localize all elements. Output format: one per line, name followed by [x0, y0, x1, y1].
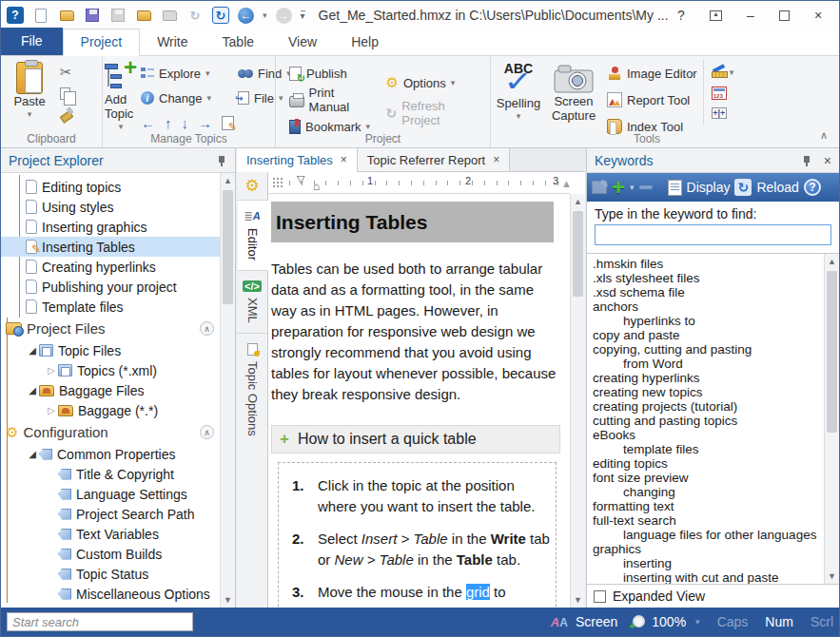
first-line-indent-marker[interactable]: ▽: [297, 173, 304, 185]
spelling-button[interactable]: ABC ✓ Spelling ▾: [493, 60, 544, 121]
save-icon[interactable]: [84, 7, 101, 24]
start-search-input[interactable]: [7, 612, 193, 631]
pin-icon[interactable]: [216, 155, 227, 166]
customize-qat-icon[interactable]: ▾: [301, 10, 305, 20]
keyword-item[interactable]: full-text search: [593, 513, 823, 528]
zoom-dropdown-icon[interactable]: ▾: [695, 617, 700, 627]
section-collapse-icon[interactable]: ∧: [200, 321, 214, 336]
expand-tool-button[interactable]: +|+: [712, 107, 734, 119]
keyword-item[interactable]: creating hyperlinks: [593, 371, 823, 385]
minimize-button[interactable]: –: [743, 8, 758, 23]
tab-help[interactable]: Help: [334, 29, 396, 55]
image-editor-button[interactable]: Image Editor: [607, 64, 697, 83]
keyword-item[interactable]: .hmskin files: [593, 257, 823, 271]
keyword-item[interactable]: changing: [593, 485, 823, 499]
tree-item-baggage[interactable]: ▷Baggage (*.*): [1, 400, 220, 420]
keyword-item[interactable]: anchors: [593, 299, 823, 314]
paste-button[interactable]: Paste ▾: [3, 60, 56, 119]
add-keyword-dropdown-icon[interactable]: ▾: [630, 183, 635, 192]
side-tab-topic-options[interactable]: Topic Options: [237, 334, 267, 446]
expanded-icon[interactable]: ◢: [26, 345, 39, 356]
expanded-icon[interactable]: ◢: [26, 385, 39, 396]
tab-write[interactable]: Write: [140, 29, 205, 55]
keywords-scrollbar[interactable]: ▲ ▼: [824, 254, 839, 584]
tree-item-publishing-your-project[interactable]: Publishing your project: [1, 277, 220, 297]
screen-capture-button[interactable]: Screen Capture: [544, 60, 603, 123]
side-tab-xml[interactable]: </> XML: [237, 271, 267, 334]
keyword-item[interactable]: cutting and pasting topics: [593, 414, 823, 428]
keyword-item[interactable]: creating projects (tutorial): [593, 399, 823, 414]
keyword-item[interactable]: inserting with cut and paste: [593, 570, 823, 584]
doc-tab-topic-referrer-report[interactable]: Topic Referrer Report×: [358, 148, 510, 171]
keyword-item[interactable]: copying, cutting and pasting: [593, 342, 823, 357]
tree-item-project-files[interactable]: Project Files∧: [1, 317, 220, 340]
move-down-icon[interactable]: ↓: [182, 115, 189, 131]
tree-item-inserting-graphics[interactable]: Inserting graphics: [1, 217, 220, 237]
doc-tab-close-icon[interactable]: ×: [341, 153, 347, 166]
tab-file[interactable]: File: [1, 28, 63, 55]
keyword-item[interactable]: .xsd schema file: [593, 285, 823, 299]
explore-button[interactable]: Explore▾: [141, 64, 234, 83]
keywords-close-icon[interactable]: ×: [824, 154, 831, 167]
tab-project[interactable]: Project: [63, 29, 141, 56]
move-up-icon[interactable]: ↑: [165, 115, 172, 131]
keyword-item[interactable]: eBooks: [593, 428, 823, 442]
keywords-help-icon[interactable]: ?: [804, 179, 821, 196]
pen-tool-button[interactable]: ▾: [712, 66, 734, 79]
tree-item-topics-xml[interactable]: ▷Topics (*.xml): [1, 360, 220, 380]
keyword-item[interactable]: graphics: [593, 542, 823, 556]
sync-icon[interactable]: ↻: [212, 7, 229, 24]
open-folder-icon[interactable]: [135, 7, 152, 24]
doc-tab-close-icon[interactable]: ×: [493, 153, 499, 166]
report-tool-button[interactable]: Report Tool: [607, 90, 697, 109]
tree-item-template-files[interactable]: Template files: [1, 297, 220, 317]
move-right-icon[interactable]: →: [198, 115, 212, 131]
publish-button[interactable]: Publish: [289, 64, 376, 83]
keyword-item[interactable]: language files for other languages: [593, 528, 823, 542]
ruler[interactable]: 123 ▽ ⌂ ▲: [268, 172, 570, 194]
tab-view[interactable]: View: [271, 29, 334, 55]
keyword-item[interactable]: copy and paste: [593, 328, 823, 342]
change-button[interactable]: Change▾: [141, 88, 234, 107]
editor-scrollbar[interactable]: ▲ ▼: [570, 194, 585, 608]
edit-topic-icon[interactable]: [222, 116, 234, 130]
keyword-item[interactable]: editing topics: [593, 456, 823, 471]
zoom-icon[interactable]: [631, 615, 644, 628]
display-button[interactable]: Display: [687, 180, 731, 195]
tree-item-topic-status[interactable]: Topic Status: [1, 564, 220, 584]
keyword-item[interactable]: .xls stylesheet files: [593, 271, 823, 285]
keyword-item[interactable]: hyperlinks to: [593, 314, 823, 328]
tree-item-using-styles[interactable]: Using styles: [1, 197, 220, 217]
new-project-icon[interactable]: [32, 7, 49, 24]
open-project-icon[interactable]: [58, 7, 75, 24]
copy-icon[interactable]: [60, 87, 70, 100]
options-button[interactable]: ⚙ Options▾: [385, 73, 484, 92]
maximize-button[interactable]: [779, 10, 790, 21]
side-tab-editor[interactable]: A Editor: [238, 201, 268, 271]
back-dropdown-icon[interactable]: ▾: [263, 10, 267, 20]
font-size-icon[interactable]: AA: [551, 614, 568, 629]
add-topic-button[interactable]: Add Topic ▾: [105, 60, 137, 131]
help-button[interactable]: ?: [674, 8, 689, 23]
print-manual-button[interactable]: Print Manual: [289, 90, 376, 109]
tree-item-topic-files[interactable]: ◢Topic Files: [1, 340, 220, 360]
close-button[interactable]: ×: [811, 8, 826, 23]
restore-window-icon[interactable]: [710, 10, 722, 21]
screen-mode-label[interactable]: Screen: [576, 614, 617, 629]
keyword-item[interactable]: from Word: [593, 357, 823, 371]
format-painter-icon[interactable]: [60, 106, 73, 120]
collapse-ribbon-icon[interactable]: ∧: [820, 129, 828, 142]
table-numbers-button[interactable]: [712, 87, 734, 100]
toggle-section-header[interactable]: + How to insert a quick table: [271, 425, 560, 454]
collapsed-icon[interactable]: ▷: [45, 405, 58, 415]
move-left-icon[interactable]: ←: [141, 115, 155, 131]
cut-icon[interactable]: ✂: [60, 64, 73, 81]
add-keyword-icon[interactable]: +: [612, 176, 625, 199]
tree-item-common-properties[interactable]: ◢Common Properties: [1, 444, 220, 464]
expanded-icon[interactable]: ◢: [26, 449, 39, 459]
tree-item-miscellaneous-options[interactable]: Miscellaneous Options: [1, 584, 220, 604]
tree-item-text-variables[interactable]: Text Variables: [1, 524, 220, 544]
tree-item-project-search-path[interactable]: Project Search Path: [1, 504, 220, 524]
tree-item-creating-hyperlinks[interactable]: Creating hyperlinks: [1, 257, 220, 277]
explorer-scrollbar[interactable]: ▲ ▼: [220, 173, 235, 608]
